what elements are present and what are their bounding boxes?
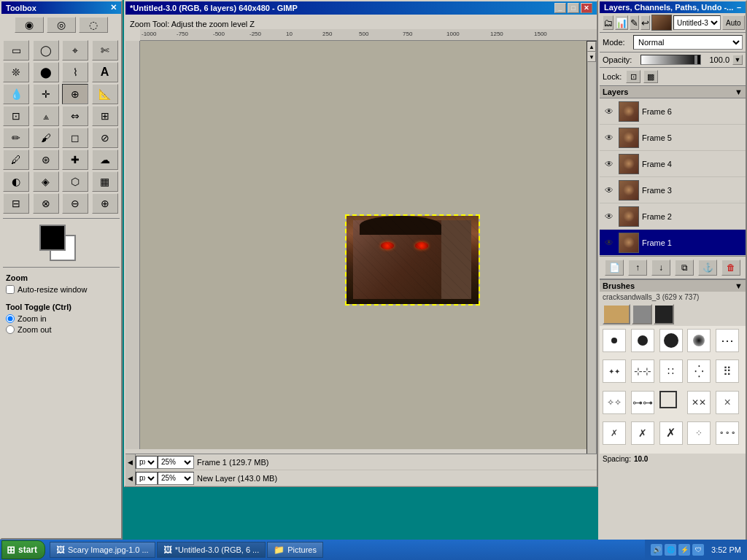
- tool-align[interactable]: ⊞: [92, 106, 118, 126]
- gimp-close-btn[interactable]: ✕: [581, 3, 592, 13]
- brush-item-1[interactable]: [603, 329, 626, 352]
- lock-position-btn[interactable]: ⊡: [626, 70, 640, 83]
- layer-visibility-6[interactable]: 👁: [603, 105, 616, 118]
- layer-visibility-3[interactable]: 👁: [603, 184, 616, 197]
- zoom-select-2[interactable]: 25%: [158, 472, 194, 485]
- brush-item-6[interactable]: ✦✦: [603, 359, 626, 383]
- tool-rect-select[interactable]: ▭: [3, 40, 29, 61]
- toolbox-top-icon3[interactable]: ◌: [79, 17, 108, 33]
- layer-row-1[interactable]: 👁 Frame 1: [600, 230, 746, 256]
- scrollbar-vertical[interactable]: ▲ ▼: [587, 41, 597, 461]
- brush-item-7[interactable]: ⊹⊹: [631, 359, 654, 383]
- brush-item-16[interactable]: ✗: [603, 421, 626, 445]
- status-nav-left1[interactable]: ◀: [125, 454, 136, 470]
- layer-new-btn[interactable]: 📄: [605, 260, 624, 276]
- layer-raise-btn[interactable]: ↑: [628, 260, 647, 276]
- layer-visibility-4[interactable]: 👁: [603, 158, 616, 171]
- tray-icon-3[interactable]: ⚡: [678, 544, 690, 556]
- brush-color-preview2[interactable]: [632, 304, 652, 324]
- layers-icon-paths[interactable]: ✎: [630, 15, 639, 30]
- layer-row-4[interactable]: 👁 Frame 4: [600, 151, 746, 177]
- tool-bucket[interactable]: ⬡: [62, 171, 88, 192]
- brush-item-17[interactable]: ✗: [631, 421, 654, 445]
- tool-color-pick[interactable]: 💧: [3, 84, 29, 104]
- layer-delete-btn[interactable]: 🗑: [721, 260, 740, 276]
- unit-select-2[interactable]: px: [136, 472, 158, 485]
- brush-item-12[interactable]: ⊶⊶: [631, 391, 654, 414]
- zoom-in-radio[interactable]: [6, 314, 15, 323]
- brush-item-15[interactable]: ×: [716, 391, 739, 414]
- tool-measure[interactable]: 📐: [92, 84, 118, 104]
- brush-item-8[interactable]: ∷: [659, 359, 683, 383]
- layers-icon-channels[interactable]: 📊: [615, 15, 628, 30]
- tool-dodge[interactable]: ◐: [3, 171, 29, 192]
- brushes-collapse-btn[interactable]: ▼: [735, 281, 743, 290]
- start-button[interactable]: ⊞ start: [1, 540, 45, 559]
- layer-anchor-btn[interactable]: ⚓: [698, 260, 717, 276]
- brush-item-3[interactable]: [659, 329, 683, 352]
- tray-icon-4[interactable]: 🛡: [692, 544, 704, 556]
- tool-select-color[interactable]: ⬤: [33, 62, 59, 82]
- brush-item-19[interactable]: ⁘: [687, 421, 711, 445]
- taskbar-item-scary[interactable]: 🖼 Scary Image.jpg-1.0 ...: [50, 542, 155, 558]
- tool-fuzzy-select[interactable]: ❊: [3, 62, 29, 82]
- layer-row-5[interactable]: 👁 Frame 5: [600, 125, 746, 151]
- foreground-color-box[interactable]: [39, 225, 66, 251]
- tool-paths[interactable]: ⌇: [62, 62, 88, 82]
- auto-resize-checkbox[interactable]: [6, 285, 15, 294]
- tool-text[interactable]: A: [92, 62, 118, 82]
- layer-visibility-1[interactable]: 👁: [603, 236, 616, 249]
- toolbox-top-icon2[interactable]: ◎: [47, 17, 76, 33]
- layer-lower-btn[interactable]: ↓: [651, 260, 670, 276]
- brush-item-9[interactable]: ⁛: [687, 359, 711, 383]
- auto-button[interactable]: Auto: [722, 15, 745, 30]
- tool-extra1[interactable]: ⊟: [3, 193, 29, 214]
- tool-erase[interactable]: ◻: [62, 128, 88, 148]
- opacity-slider[interactable]: [640, 55, 701, 65]
- brush-color-preview1[interactable]: [603, 304, 630, 324]
- layer-visibility-2[interactable]: 👁: [603, 210, 616, 223]
- toolbox-top-icon1[interactable]: ◉: [15, 17, 44, 33]
- tool-blur[interactable]: ◈: [33, 171, 59, 192]
- tool-smudge[interactable]: ☁: [92, 149, 118, 170]
- layers-collapse-btn[interactable]: ▼: [735, 88, 743, 96]
- tray-icon-1[interactable]: 🔊: [651, 544, 662, 556]
- layers-icon-undo[interactable]: ↩: [640, 15, 650, 30]
- brush-color-preview3[interactable]: [654, 304, 674, 324]
- brush-item-4[interactable]: [687, 329, 711, 352]
- layer-row-3[interactable]: 👁 Frame 3: [600, 177, 746, 203]
- brush-item-18[interactable]: ✗: [659, 421, 683, 445]
- status-nav-left2[interactable]: ◀: [125, 470, 136, 486]
- tool-extra4[interactable]: ⊕: [92, 193, 118, 214]
- brush-item-2[interactable]: [631, 329, 654, 352]
- zoom-select-1[interactable]: 25%: [158, 456, 194, 469]
- lock-alpha-btn[interactable]: ▩: [643, 70, 658, 83]
- tool-extra3[interactable]: ⊖: [62, 193, 88, 214]
- gimp-maximize-btn[interactable]: □: [568, 3, 579, 13]
- layer-duplicate-btn[interactable]: ⧉: [675, 260, 694, 276]
- tool-clone[interactable]: ⊛: [33, 149, 59, 170]
- scroll-down-btn[interactable]: ▼: [587, 52, 596, 62]
- brush-item-14[interactable]: ✕✕: [687, 391, 711, 414]
- tool-zoom[interactable]: ⊕: [62, 84, 88, 104]
- tool-move[interactable]: ✛: [33, 84, 59, 104]
- brush-item-5[interactable]: ⋯: [716, 329, 739, 352]
- scroll-up-btn[interactable]: ▲: [587, 42, 596, 52]
- tool-extra2[interactable]: ⊗: [33, 193, 59, 214]
- layer-row-2[interactable]: 👁 Frame 2: [600, 203, 746, 230]
- tool-free-select[interactable]: ⌖: [62, 40, 88, 61]
- tool-ellipse-select[interactable]: ◯: [33, 40, 59, 61]
- tool-blend[interactable]: ▦: [92, 171, 118, 192]
- brush-item-20[interactable]: ⚬⚬⚬: [716, 421, 739, 445]
- brush-item-10[interactable]: ⠿: [716, 359, 739, 383]
- tool-scissors[interactable]: ✄: [92, 40, 118, 61]
- unit-select-1[interactable]: px: [136, 456, 158, 469]
- layer-visibility-5[interactable]: 👁: [603, 131, 616, 144]
- toolbox-close-btn[interactable]: ✕: [110, 3, 117, 12]
- tool-heal[interactable]: ✚: [62, 149, 88, 170]
- image-frame[interactable]: [345, 214, 480, 306]
- gimp-minimize-btn[interactable]: _: [554, 3, 566, 13]
- tool-airbrush[interactable]: ⊘: [92, 128, 118, 148]
- tool-paint[interactable]: 🖌: [33, 128, 59, 148]
- image-select-dropdown[interactable]: Untitled-3: [673, 15, 721, 30]
